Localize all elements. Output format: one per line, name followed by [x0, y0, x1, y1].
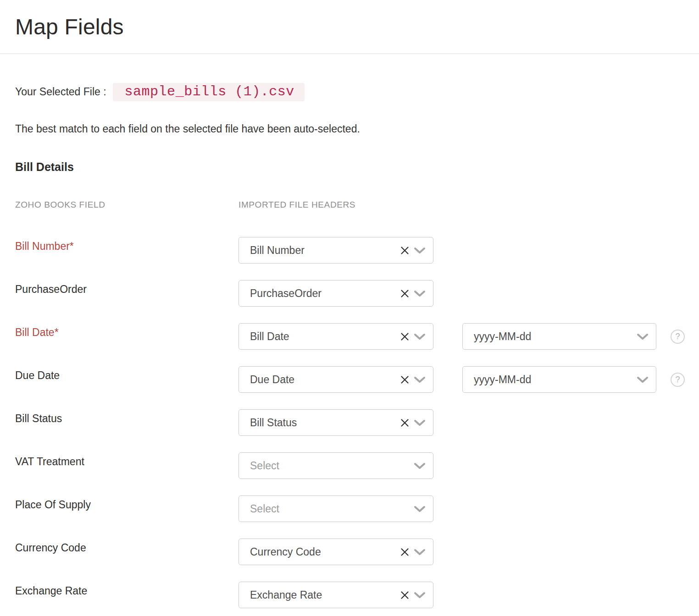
field-label: Bill Number* [15, 240, 239, 253]
column-headers: ZOHO BOOKS FIELD IMPORTED FILE HEADERS [15, 200, 699, 210]
field-label: Bill Date* [15, 326, 239, 339]
chevron-down-icon [414, 592, 426, 599]
field-label: Currency Code [15, 542, 239, 554]
map-row-place-of-supply: Place Of Supply Select [15, 495, 699, 522]
chevron-down-icon [414, 419, 426, 426]
selected-option: yyyy-MM-dd [474, 374, 634, 386]
map-row-currency-code: Currency Code Currency Code [15, 539, 699, 565]
map-row-purchase-order: PurchaseOrder PurchaseOrder [15, 280, 699, 307]
clear-icon[interactable] [398, 373, 411, 386]
imported-header-select[interactable]: Due Date [239, 366, 433, 393]
chevron-down-icon [414, 506, 426, 512]
selected-option: yyyy-MM-dd [474, 330, 634, 343]
imported-header-select[interactable]: Currency Code [239, 539, 433, 565]
chevron-down-icon [637, 333, 649, 340]
map-row-vat-treatment: VAT Treatment Select [15, 452, 699, 479]
field-label: PurchaseOrder [15, 283, 239, 296]
selected-file-name: sample_bills (1).csv [113, 83, 305, 101]
selected-option: Bill Date [250, 330, 398, 343]
selected-file-label: Your Selected File : [15, 86, 106, 98]
selected-option: Bill Status [250, 417, 398, 429]
help-icon[interactable]: ? [671, 373, 685, 387]
imported-header-select[interactable]: Exchange Rate [239, 582, 433, 608]
column-header-imported-headers: IMPORTED FILE HEADERS [239, 200, 355, 210]
page-header: Map Fields [0, 0, 699, 54]
auto-select-note: The best match to each field on the sele… [15, 123, 699, 135]
chevron-down-icon [414, 247, 426, 254]
imported-header-select[interactable]: Bill Status [239, 409, 433, 436]
imported-header-select[interactable]: PurchaseOrder [239, 280, 433, 307]
clear-icon[interactable] [398, 244, 411, 257]
map-row-bill-status: Bill Status Bill Status [15, 409, 699, 436]
map-row-bill-date: Bill Date* Bill Date yyyy-MM-dd [15, 323, 699, 350]
clear-icon[interactable] [398, 330, 411, 343]
chevron-down-icon [414, 376, 426, 383]
chevron-down-icon [637, 376, 649, 383]
imported-header-select[interactable]: Bill Number [239, 237, 433, 264]
date-format-select[interactable]: yyyy-MM-dd [462, 323, 656, 350]
field-label: Due Date [15, 369, 239, 382]
select-placeholder: Select [250, 460, 411, 472]
clear-icon[interactable] [398, 545, 411, 559]
clear-icon[interactable] [398, 416, 411, 429]
imported-header-select[interactable]: Select [239, 495, 433, 522]
help-icon[interactable]: ? [671, 330, 685, 344]
selected-option: Due Date [250, 374, 398, 386]
date-format-select[interactable]: yyyy-MM-dd [462, 366, 656, 393]
chevron-down-icon [414, 549, 426, 556]
field-label: Bill Status [15, 412, 239, 425]
imported-header-select[interactable]: Bill Date [239, 323, 433, 350]
map-row-due-date: Due Date Due Date yyyy-MM-dd [15, 366, 699, 393]
mapping-rows: Bill Number* Bill Number PurchaseOrder P… [15, 237, 699, 608]
map-row-bill-number: Bill Number* Bill Number [15, 237, 699, 264]
imported-header-select[interactable]: Select [239, 452, 433, 479]
clear-icon[interactable] [398, 588, 411, 602]
selected-option: Bill Number [250, 244, 398, 257]
page-title: Map Fields [15, 14, 124, 39]
select-placeholder: Select [250, 503, 411, 515]
field-label: VAT Treatment [15, 456, 239, 468]
selected-file-row: Your Selected File : sample_bills (1).cs… [15, 82, 699, 101]
column-header-zoho-field: ZOHO BOOKS FIELD [15, 200, 239, 210]
field-label: Exchange Rate [15, 585, 239, 597]
chevron-down-icon [414, 462, 426, 469]
selected-option: Exchange Rate [250, 589, 398, 601]
selected-option: PurchaseOrder [250, 287, 398, 300]
selected-option: Currency Code [250, 546, 398, 558]
section-title-bill-details: Bill Details [15, 160, 699, 174]
chevron-down-icon [414, 333, 426, 340]
chevron-down-icon [414, 290, 426, 297]
field-label: Place Of Supply [15, 499, 239, 511]
map-row-exchange-rate: Exchange Rate Exchange Rate [15, 582, 699, 608]
map-fields-panel: Your Selected File : sample_bills (1).cs… [0, 82, 699, 608]
clear-icon[interactable] [398, 287, 411, 300]
